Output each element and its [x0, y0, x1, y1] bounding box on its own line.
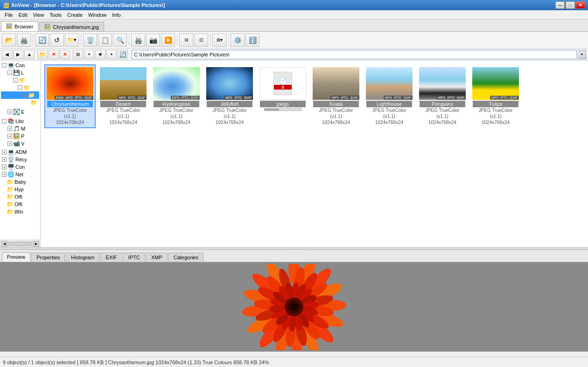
nav-back[interactable]: ◀	[2, 50, 12, 59]
nav-up[interactable]: ▲	[24, 50, 35, 59]
tree-expand-pictures[interactable]: -	[22, 93, 27, 97]
tree-node-office2[interactable]: 📁 Offi	[1, 201, 39, 208]
thumb-jellyfish[interactable]: MP3 IPTC EXIF Jellyfish JPEG TrueColor (…	[204, 64, 255, 128]
thumb-tulips[interactable]: MP3 IPTC EXIF Tulips JPEG TrueColor (v1.…	[470, 64, 521, 128]
toolbar-refresh[interactable]: 🔄	[35, 34, 49, 47]
tab-chrysanthemum[interactable]: 🖼️ Chrysanthemum.jpg	[39, 22, 104, 31]
tree-node-library[interactable]: - 📚 Libr	[1, 118, 39, 125]
tree-expand-library[interactable]: -	[2, 119, 7, 124]
nav-folder1[interactable]: 📁	[37, 50, 48, 59]
tree-expand-adm[interactable]: +	[2, 150, 7, 154]
menu-window[interactable]: Window	[85, 11, 109, 19]
tree-expand-dvd[interactable]: +	[7, 110, 12, 114]
tree-node-sample[interactable]: 📁	[1, 99, 39, 106]
toolbar-scan[interactable]: 🖨️	[17, 34, 31, 47]
thumb-lighthouse[interactable]: MP3 IPTC EXIF Lighthouse JPEG TrueColor …	[364, 64, 415, 128]
toolbar-settings[interactable]: ⚙️	[231, 34, 245, 47]
minimize-button[interactable]: —	[555, 1, 565, 9]
maximize-button[interactable]: □	[566, 1, 575, 9]
nav-grid[interactable]: ⊞	[73, 50, 83, 59]
tree-node-users[interactable]: - 📁	[1, 76, 39, 84]
nav-fav-dd[interactable]: ▾	[106, 50, 117, 59]
file-browser[interactable]: RAW MP3 IPTC EXIF Chrysanthemum JPEG Tru…	[41, 61, 588, 247]
toolbar-compare[interactable]: ⧉	[179, 34, 193, 47]
tree-node-office1[interactable]: 📁 Offi	[1, 193, 39, 201]
tree-node-public[interactable]: - 📁	[1, 84, 39, 91]
tab-exif[interactable]: EXIF	[100, 253, 122, 262]
toolbar-goto[interactable]: 📁▾	[65, 34, 79, 47]
close-button[interactable]: ✕	[576, 1, 585, 9]
thumb-hydrangeas[interactable]: MP3 IPTC EXIF Hydrangeas JPEG TrueColor …	[151, 64, 202, 128]
toolbar-screen[interactable]: 📷	[146, 34, 160, 47]
nav-fav[interactable]: ★	[95, 50, 105, 59]
tree-node-baby[interactable]: 📁 Baby	[1, 178, 39, 186]
nav-refresh[interactable]: 🔄	[118, 50, 128, 59]
tree-node-pictures[interactable]: - 📁	[1, 91, 39, 99]
tree-node-dvd[interactable]: + 💽 E	[1, 108, 39, 116]
nav-view-dd[interactable]: ▾	[84, 50, 94, 59]
thumb-penguins[interactable]: MP3 IPTC EXIF Penguins JPEG TrueColor (v…	[417, 64, 468, 128]
tree-label-library: Libr	[15, 118, 24, 124]
tab-iptc[interactable]: IPTC	[123, 253, 145, 262]
tree-expand-videos[interactable]: +	[7, 141, 12, 146]
tree-icon-office2: 📁	[7, 201, 14, 208]
thumb-desert[interactable]: MP3 IPTC EXIF Desert JPEG TrueColor (v1.…	[98, 64, 149, 128]
thumb-badges-penguins: MP3 IPTC EXIF	[437, 96, 466, 100]
thumb-chrysanthemum[interactable]: RAW MP3 IPTC EXIF Chrysanthemum JPEG Tru…	[44, 64, 96, 128]
tree-node-photos[interactable]: + 🖼️ P	[1, 132, 39, 140]
toolbar-contact[interactable]: ⊡	[194, 34, 208, 47]
menu-file[interactable]: File	[2, 11, 16, 19]
address-bar[interactable]	[132, 50, 577, 59]
tree-expand-recycle[interactable]: +	[2, 157, 7, 162]
menu-info[interactable]: Info	[109, 11, 123, 19]
tree-expand-local[interactable]: -	[7, 70, 12, 75]
tree-expand-music[interactable]: +	[7, 126, 12, 131]
tree-expand-control[interactable]: +	[2, 165, 7, 169]
tree-expand-computer[interactable]: -	[2, 63, 7, 68]
sidebar-scroll-right[interactable]: ▶	[33, 241, 39, 247]
tab-properties[interactable]: Properties	[31, 253, 65, 262]
tree-node-win[interactable]: 📁 Win	[1, 208, 39, 215]
tree-expand-network[interactable]: +	[2, 172, 7, 177]
toolbar-open-folder[interactable]: 📂	[2, 34, 16, 47]
thumb-koala[interactable]: MP3 IPTC EXIF Koala JPEG TrueColor (v1.1…	[310, 64, 362, 128]
toolbar-search[interactable]: 🔍	[113, 34, 127, 47]
tree-expand-users[interactable]: -	[13, 78, 18, 83]
toolbar-grid[interactable]: ⊞▾	[212, 34, 226, 47]
tree-icon-recycle: 🗑️	[7, 156, 14, 163]
address-dropdown[interactable]: ▾	[578, 50, 586, 59]
thumb-jpegs-folder[interactable]: 📄 S jpegs	[257, 64, 308, 128]
tab-browser[interactable]: 🖼️ Browser	[1, 21, 38, 31]
nav-delete2[interactable]: ✕	[60, 50, 70, 59]
tab-preview[interactable]: Preview	[2, 252, 30, 262]
toolbar-copy[interactable]: 📋	[98, 34, 112, 47]
tree-node-music[interactable]: + 🎵 M	[1, 125, 39, 132]
menu-view[interactable]: View	[30, 11, 47, 19]
nav-forward[interactable]: ▶	[13, 50, 23, 59]
tree-expand-public[interactable]: -	[18, 85, 22, 90]
toolbar-delete[interactable]: 🗑️	[83, 34, 97, 47]
tree-node-local[interactable]: - 💾 L	[1, 69, 39, 76]
tree-label-videos: V	[21, 141, 24, 146]
tree-node-recycle[interactable]: + 🗑️ Recy	[1, 156, 39, 163]
sidebar-scroll-track[interactable]	[8, 242, 32, 246]
tab-histogram[interactable]: Histogram	[66, 253, 99, 262]
toolbar-print[interactable]: 🖨️	[131, 34, 145, 47]
menu-edit[interactable]: Edit	[16, 11, 30, 19]
toolbar-refresh-alt[interactable]: ↺	[50, 34, 64, 47]
menu-tools[interactable]: Tools	[47, 11, 64, 19]
tree-node-control[interactable]: + 🖥️ Con	[1, 163, 39, 171]
tab-categories[interactable]: Categories	[168, 253, 203, 262]
tree-node-computer[interactable]: - 💻 Con	[1, 62, 39, 69]
menu-create[interactable]: Create	[64, 11, 85, 19]
nav-delete1[interactable]: ✕	[49, 50, 59, 59]
tree-node-network[interactable]: + 🌐 Net	[1, 171, 39, 178]
tab-xmp[interactable]: XMP	[146, 253, 168, 262]
tree-node-hyp[interactable]: 📁 Hyp	[1, 186, 39, 193]
tree-node-adm[interactable]: + 💻 ADM	[1, 148, 39, 156]
sidebar-scroll-left[interactable]: ◀	[1, 241, 7, 247]
toolbar-slideshow[interactable]: ▶️	[161, 34, 175, 47]
toolbar-info[interactable]: ℹ️	[245, 34, 259, 47]
tree-expand-photos[interactable]: +	[7, 134, 12, 138]
tree-node-videos[interactable]: + 📹 V	[1, 140, 39, 147]
